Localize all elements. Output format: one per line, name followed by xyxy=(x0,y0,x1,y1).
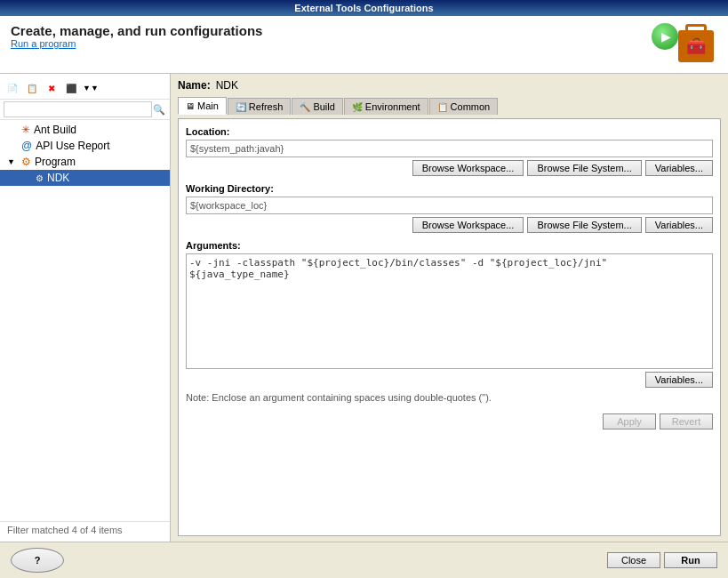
tab-refresh[interactable]: 🔄 Refresh xyxy=(228,98,292,115)
location-input[interactable] xyxy=(186,140,713,157)
tab-build-label: Build xyxy=(313,101,334,112)
tab-main[interactable]: 🖥 Main xyxy=(178,97,227,115)
run-button[interactable]: Run xyxy=(664,552,717,568)
browse-workspace-button-1[interactable]: Browse Workspace... xyxy=(412,160,524,176)
tab-main-label: Main xyxy=(197,100,219,111)
arguments-button-row: Variables... xyxy=(186,372,713,388)
new-config-button[interactable]: 📄 xyxy=(4,79,21,97)
build-tab-icon: 🔨 xyxy=(300,102,310,112)
close-button[interactable]: Close xyxy=(607,552,660,568)
content-area: 📄 📋 ✖ ⬛ ▼▼ 🔍 ✳ Ant Build @ AP xyxy=(0,74,728,542)
title-bar: External Tools Configurations xyxy=(0,0,728,16)
briefcase-detail: 🧰 xyxy=(686,36,706,56)
tab-common-label: Common xyxy=(451,101,491,112)
arguments-textarea[interactable] xyxy=(186,253,713,369)
tab-environment[interactable]: 🌿 Environment xyxy=(344,98,428,115)
refresh-tab-icon: 🔄 xyxy=(236,102,246,112)
ant-icon: ✳ xyxy=(21,124,30,136)
tree-area: ✳ Ant Build @ API Use Report ▼ ⚙ Program xyxy=(0,120,170,521)
help-button[interactable]: ? xyxy=(11,548,64,573)
env-tab-icon: 🌿 xyxy=(352,102,363,112)
tab-environment-label: Environment xyxy=(365,101,420,112)
apply-revert-row: Apply Revert xyxy=(186,413,713,429)
tree-item-ant-label: Ant Build xyxy=(34,124,76,136)
expand-minus-icon: ▼ xyxy=(7,157,18,166)
collapse-all-button[interactable]: ▼▼ xyxy=(82,79,100,97)
tab-common[interactable]: 📋 Common xyxy=(429,98,499,115)
sidebar-toolbar: 📄 📋 ✖ ⬛ ▼▼ xyxy=(0,77,170,100)
name-value: NDK xyxy=(216,79,238,92)
browse-filesystem-button-2[interactable]: Browse File System... xyxy=(527,217,641,233)
search-bar: 🔍 xyxy=(0,100,170,120)
location-group: Location: Browse Workspace... Browse Fil… xyxy=(186,126,713,176)
subtitle-link[interactable]: Run a program xyxy=(11,38,262,49)
copy-config-button[interactable]: 📋 xyxy=(23,79,41,97)
api-icon: @ xyxy=(21,140,32,152)
delete-config-button[interactable]: ✖ xyxy=(43,79,60,97)
arguments-group: Arguments: Variables... Note: Enclose an… xyxy=(186,240,713,403)
play-icon: ▶ xyxy=(652,23,678,50)
location-button-row: Browse Workspace... Browse File System..… xyxy=(186,160,713,176)
main-panel: Name: NDK 🖥 Main 🔄 Refresh 🔨 Build xyxy=(171,74,728,542)
apply-button[interactable]: Apply xyxy=(603,413,656,429)
common-tab-icon: 📋 xyxy=(437,102,448,112)
main-window: External Tools Configurations Create, ma… xyxy=(0,0,728,578)
tree-item-program[interactable]: ▼ ⚙ Program xyxy=(0,154,170,170)
clear-search-button[interactable]: 🔍 xyxy=(152,102,166,116)
working-dir-button-row: Browse Workspace... Browse File System..… xyxy=(186,217,713,233)
arguments-label: Arguments: xyxy=(186,240,713,251)
tree-item-ndk-label: NDK xyxy=(47,172,69,184)
working-dir-input[interactable] xyxy=(186,197,713,214)
tab-refresh-label: Refresh xyxy=(249,101,284,112)
briefcase-icon: 🧰 xyxy=(678,30,714,62)
variables-button-1[interactable]: Variables... xyxy=(645,160,713,176)
revert-button[interactable]: Revert xyxy=(660,413,713,429)
browse-filesystem-button-1[interactable]: Browse File System... xyxy=(527,160,641,176)
tab-build[interactable]: 🔨 Build xyxy=(292,98,342,115)
footer-buttons: Close Run xyxy=(607,552,717,568)
variables-button-2[interactable]: Variables... xyxy=(645,217,713,233)
program-icon: ⚙ xyxy=(21,156,31,168)
working-dir-label: Working Directory: xyxy=(186,183,713,194)
tabs-bar: 🖥 Main 🔄 Refresh 🔨 Build 🌿 Environment 📋 xyxy=(178,97,721,115)
filter-status: Filter matched 4 of 4 items xyxy=(0,521,170,538)
footer-bar: ? Close Run xyxy=(0,542,728,578)
name-row: Name: NDK xyxy=(178,79,721,92)
main-tab-icon: 🖥 xyxy=(186,101,195,111)
ndk-icon: ⚙ xyxy=(36,173,44,183)
search-input[interactable] xyxy=(4,101,152,117)
sidebar: 📄 📋 ✖ ⬛ ▼▼ 🔍 ✳ Ant Build @ AP xyxy=(0,74,171,542)
main-heading: Create, manage, and run configurations xyxy=(11,23,262,38)
browse-workspace-button-2[interactable]: Browse Workspace... xyxy=(412,217,524,233)
name-label: Name: xyxy=(178,79,211,92)
play-triangle: ▶ xyxy=(661,29,671,44)
header-area: Create, manage, and run configurations R… xyxy=(0,16,728,74)
tab-content: Location: Browse Workspace... Browse Fil… xyxy=(178,118,721,536)
tree-item-ndk[interactable]: ⚙ NDK xyxy=(0,170,170,186)
location-label: Location: xyxy=(186,126,713,137)
note-text: Note: Enclose an argument containing spa… xyxy=(186,392,713,403)
tree-item-api-label: API Use Report xyxy=(36,140,109,152)
header-left: Create, manage, and run configurations R… xyxy=(11,23,262,49)
tree-item-api-use-report[interactable]: @ API Use Report xyxy=(0,138,170,154)
tree-item-program-label: Program xyxy=(35,156,76,168)
tree-item-ant-build[interactable]: ✳ Ant Build xyxy=(0,122,170,138)
header-icon-area: ▶ 🧰 xyxy=(646,23,717,68)
filter-button[interactable]: ⬛ xyxy=(62,79,80,97)
window-title: External Tools Configurations xyxy=(294,3,433,13)
variables-button-3[interactable]: Variables... xyxy=(645,372,713,388)
working-dir-group: Working Directory: Browse Workspace... B… xyxy=(186,183,713,233)
